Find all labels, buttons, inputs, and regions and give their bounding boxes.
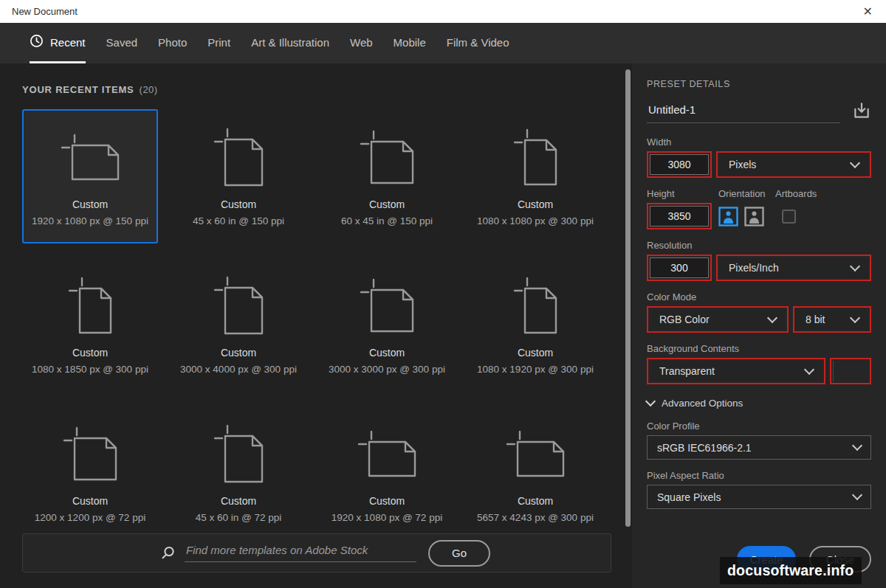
dialog-content: YOUR RECENT ITEMS(20) Custom 1920 x 1080… [0,63,886,588]
tab-web[interactable]: Web [350,23,373,63]
preset-grid: Custom 1920 x 1080 px @ 150 ppi Custom 4… [22,109,603,540]
document-name-row [647,101,871,123]
document-icon [62,412,119,496]
preset-card[interactable]: Custom 1200 x 1200 px @ 72 ppi [22,406,158,540]
clock-icon [30,34,44,50]
chevron-down-icon [852,490,862,500]
color-mode-dropdown[interactable]: RGB Color [650,309,786,330]
go-button[interactable]: Go [428,540,490,567]
background-color-highlight-box [830,358,871,384]
recent-items-count: (20) [140,84,158,95]
recent-items-panel: YOUR RECENT ITEMS(20) Custom 1920 x 1080… [0,63,632,588]
chevron-down-icon [767,312,777,322]
color-profile-dropdown[interactable]: sRGB IEC61966-2.1 [647,435,871,460]
height-orientation-artboards-labels: Height Orientation Artboards [647,188,871,199]
window-title: New Document [12,6,78,17]
document-icon [67,263,114,347]
tab-film-video[interactable]: Film & Video [447,23,509,63]
width-label: Width [647,136,871,148]
preset-card[interactable]: Custom 1920 x 1080 px @ 150 ppi [22,109,158,243]
artboards-checkbox[interactable] [782,210,796,224]
new-document-dialog: New Document ✕ Recent Saved Photo Print … [0,0,886,588]
tab-photo[interactable]: Photo [158,23,187,63]
resolution-label: Resolution [647,240,871,251]
height-highlight-box [647,203,712,229]
preset-card[interactable]: Custom 45 x 60 in @ 150 ppi [171,109,306,243]
preset-card[interactable]: Custom 45 x 60 in @ 72 ppi [171,406,306,540]
preset-details-panel: PRESET DETAILS Width Pixels Heigh [632,63,886,588]
chevron-down-icon [645,396,656,407]
vertical-scrollbar[interactable] [625,69,631,527]
advanced-options-toggle[interactable]: Advanced Options [647,398,871,409]
preset-details-heading: PRESET DETAILS [647,63,871,89]
width-input[interactable] [650,154,709,175]
height-input[interactable] [650,206,709,226]
height-label: Height [647,188,718,199]
width-highlight-box [647,151,712,178]
orientation-landscape-icon[interactable] [744,207,764,226]
chevron-down-icon [804,364,814,374]
preset-card[interactable]: Custom 60 x 45 in @ 150 ppi [319,109,455,243]
close-icon[interactable]: ✕ [863,6,873,18]
resolution-highlight-box [647,255,712,281]
category-tab-bar: Recent Saved Photo Print Art & Illustrat… [0,23,886,63]
recent-items-heading: YOUR RECENT ITEMS(20) [22,84,158,95]
color-profile-label: Color Profile [647,421,871,432]
watermark: docusoftware.info [720,557,862,584]
search-icon [160,545,176,561]
color-mode-row: RGB Color 8 bit [647,306,871,333]
pixel-aspect-ratio-label: Pixel Aspect Ratio [647,470,871,481]
document-icon [213,115,265,199]
pixel-aspect-ratio-row: Square Pixels [647,485,871,509]
document-icon [357,412,418,496]
document-icon [505,412,566,496]
artboards-label: Artboards [775,188,871,199]
background-contents-dropdown[interactable]: Transparent [650,361,823,381]
pixel-aspect-ratio-dropdown[interactable]: Square Pixels [647,485,871,509]
preset-card[interactable]: Custom 1080 x 1080 px @ 300 ppi [467,109,603,243]
background-color-swatch[interactable] [833,361,868,381]
preset-card[interactable]: Custom 3000 x 3000 px @ 300 ppi [319,257,455,392]
preset-card[interactable]: Custom 3000 x 4000 px @ 300 ppi [171,257,306,392]
title-bar: New Document ✕ [0,0,886,23]
document-name-input[interactable] [647,103,840,123]
document-icon [512,115,559,199]
color-profile-row: sRGB IEC61966-2.1 [647,435,871,460]
chevron-down-icon [850,157,860,167]
preset-card[interactable]: Custom 1920 x 1080 px @ 72 ppi [319,406,455,540]
background-contents-label: Background Contents [647,343,871,354]
preset-card[interactable]: Custom 5657 x 4243 px @ 300 ppi [467,406,603,540]
tab-recent[interactable]: Recent [30,23,86,63]
save-preset-icon[interactable] [852,101,871,123]
tab-saved[interactable]: Saved [106,23,138,63]
tab-mobile[interactable]: Mobile [394,23,426,63]
adobe-stock-search-bar: Go [22,533,611,573]
document-icon [359,115,416,199]
resolution-unit-highlight-box: Pixels/Inch [716,255,871,281]
color-mode-highlight-box: RGB Color [647,306,789,333]
preset-card[interactable]: Custom 1080 x 1850 px @ 300 ppi [22,257,158,392]
height-orientation-artboards-row [647,203,871,229]
orientation-portrait-icon[interactable] [718,207,738,226]
document-icon [213,263,265,347]
resolution-input[interactable] [650,257,709,278]
resolution-unit-dropdown[interactable]: Pixels/Inch [719,257,868,278]
tab-art-illustration[interactable]: Art & Illustration [251,23,329,63]
search-input[interactable] [185,544,416,562]
width-unit-dropdown[interactable]: Pixels [719,154,868,175]
chevron-down-icon [850,260,860,271]
tab-print[interactable]: Print [207,23,230,63]
width-unit-highlight-box: Pixels [716,151,871,178]
document-icon [359,263,416,347]
document-icon [512,263,559,347]
preset-card[interactable]: Custom 1080 x 1920 px @ 300 ppi [467,257,603,392]
background-contents-row: Transparent [647,358,871,384]
color-mode-label: Color Mode [647,291,871,302]
chevron-down-icon [850,312,860,322]
document-icon [213,412,265,496]
width-row: Pixels [647,151,871,178]
document-icon [60,115,121,199]
orientation-label: Orientation [718,188,775,199]
bit-depth-highlight-box: 8 bit [793,306,871,333]
bit-depth-dropdown[interactable]: 8 bit [796,309,868,330]
